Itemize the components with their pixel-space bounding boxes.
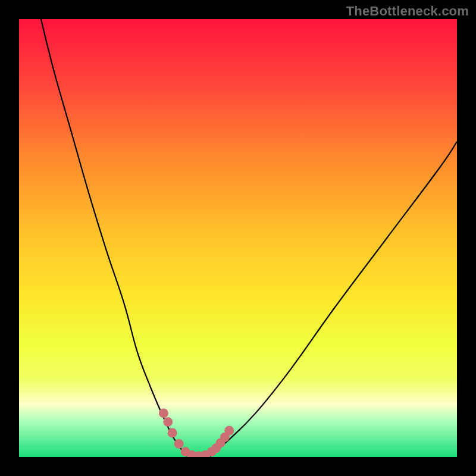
plot-area	[19, 19, 457, 457]
marker-point	[174, 439, 184, 449]
marker-point	[159, 408, 168, 418]
chart-stage: TheBottleneck.com	[0, 0, 476, 476]
chart-svg	[19, 19, 457, 457]
marker-point	[224, 426, 234, 436]
marker-point	[163, 417, 173, 427]
marker-point	[168, 428, 177, 438]
curve-group	[41, 19, 457, 457]
bottleneck-curve	[41, 19, 457, 457]
marker-group	[159, 408, 234, 457]
watermark-text: TheBottleneck.com	[346, 4, 469, 19]
